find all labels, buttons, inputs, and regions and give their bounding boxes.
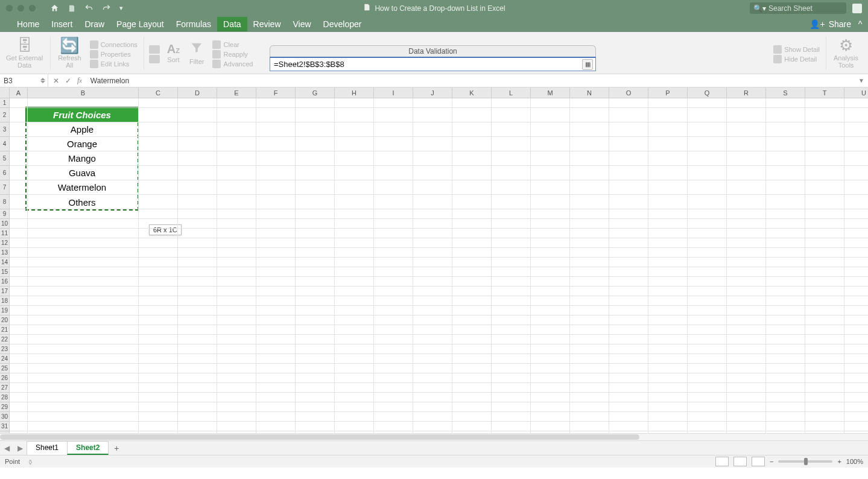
- column-header-Q[interactable]: Q: [688, 87, 727, 98]
- sheet-tab-sheet2[interactable]: Sheet2: [67, 441, 109, 455]
- spreadsheet-grid[interactable]: ABCDEFGHIJKLMNOPQRSTU 123456789101112131…: [0, 87, 868, 440]
- row-header-25[interactable]: 25: [0, 364, 10, 373]
- collapse-ribbon-icon[interactable]: ^: [855, 19, 866, 29]
- clear-filter-button[interactable]: Clear: [212, 40, 253, 49]
- add-sheet-button[interactable]: +: [108, 443, 125, 453]
- hide-detail-button[interactable]: Hide Detail: [773, 55, 820, 63]
- fruit-cell-2[interactable]: Orange: [27, 137, 138, 151]
- row-header-18[interactable]: 18: [0, 296, 10, 306]
- row-header-9[interactable]: 9: [0, 209, 10, 219]
- row-header-4[interactable]: 4: [0, 137, 10, 151]
- row-header-28[interactable]: 28: [0, 393, 10, 402]
- column-header-K[interactable]: K: [452, 87, 492, 98]
- formula-bar-content[interactable]: Watermelon: [87, 77, 129, 85]
- column-header-U[interactable]: U: [844, 87, 868, 98]
- zoom-level[interactable]: 100%: [846, 458, 863, 465]
- row-header-31[interactable]: 31: [0, 422, 10, 431]
- column-header-N[interactable]: N: [570, 87, 609, 98]
- row-header-5[interactable]: 5: [0, 151, 10, 166]
- tab-developer[interactable]: Developer: [317, 17, 368, 31]
- column-header-G[interactable]: G: [296, 87, 335, 98]
- fruit-cell-1[interactable]: Apple: [27, 122, 138, 137]
- fruit-cell-6[interactable]: Others: [27, 195, 138, 209]
- share-button[interactable]: Share: [829, 19, 851, 29]
- row-header-16[interactable]: 16: [0, 277, 10, 287]
- row-header-29[interactable]: 29: [0, 402, 10, 412]
- sheet-nav-next-icon[interactable]: ▶: [13, 444, 27, 452]
- name-box[interactable]: B3: [0, 74, 48, 87]
- column-header-J[interactable]: J: [413, 87, 452, 98]
- column-header-A[interactable]: A: [10, 87, 28, 98]
- tab-page-layout[interactable]: Page Layout: [110, 17, 170, 31]
- cells-area[interactable]: Fruit Choices AppleOrangeMangoGuavaWater…: [10, 98, 868, 440]
- get-external-data-button[interactable]: 🗄 Get External Data: [0, 37, 48, 69]
- fruit-cell-4[interactable]: Guava: [27, 166, 138, 180]
- minimize-window-button[interactable]: [17, 5, 24, 11]
- sort-desc-icon[interactable]: [149, 55, 160, 63]
- row-header-8[interactable]: 8: [0, 195, 10, 209]
- enter-formula-icon[interactable]: ✓: [65, 77, 71, 85]
- tab-view[interactable]: View: [287, 17, 317, 31]
- page-break-view-button[interactable]: [752, 457, 765, 466]
- row-header-27[interactable]: 27: [0, 383, 10, 393]
- column-header-M[interactable]: M: [531, 87, 570, 98]
- tab-draw[interactable]: Draw: [78, 17, 110, 31]
- analysis-tools-button[interactable]: ⚙ Analysis Tools: [829, 37, 868, 69]
- page-layout-view-button[interactable]: [733, 457, 747, 466]
- advanced-filter-button[interactable]: Advanced: [212, 60, 253, 68]
- cancel-formula-icon[interactable]: ✕: [53, 77, 59, 85]
- refresh-all-button[interactable]: 🔄 Refresh All: [53, 37, 86, 69]
- column-header-H[interactable]: H: [335, 87, 374, 98]
- row-header-6[interactable]: 6: [0, 166, 10, 180]
- connections-button[interactable]: Connections: [90, 40, 138, 49]
- filter-button[interactable]: Filter: [185, 41, 209, 65]
- row-header-19[interactable]: 19: [0, 306, 10, 316]
- sheet-nav-prev-icon[interactable]: ◀: [0, 444, 13, 452]
- tab-insert[interactable]: Insert: [45, 17, 78, 31]
- row-header-21[interactable]: 21: [0, 325, 10, 335]
- close-window-button[interactable]: [6, 5, 13, 11]
- fruit-cell-3[interactable]: Mango: [27, 151, 138, 166]
- sort-button[interactable]: AZ Sort: [162, 43, 185, 63]
- zoom-slider[interactable]: [778, 460, 832, 463]
- save-icon[interactable]: [68, 4, 76, 13]
- show-detail-button[interactable]: Show Detail: [773, 45, 820, 54]
- properties-button[interactable]: Properties: [90, 50, 138, 59]
- select-all-corner[interactable]: [0, 87, 10, 98]
- fruit-table-header[interactable]: Fruit Choices: [25, 107, 139, 122]
- sort-asc-icon[interactable]: [149, 45, 160, 54]
- zoom-out-button[interactable]: −: [770, 458, 773, 465]
- row-header-20[interactable]: 20: [0, 316, 10, 325]
- column-header-I[interactable]: I: [374, 87, 413, 98]
- fx-icon[interactable]: fx: [77, 76, 82, 85]
- tab-home[interactable]: Home: [11, 17, 45, 31]
- row-header-22[interactable]: 22: [0, 335, 10, 344]
- maximize-window-button[interactable]: [29, 5, 36, 11]
- hscroll-thumb[interactable]: [0, 434, 639, 440]
- name-box-dropdown-icon[interactable]: [40, 78, 48, 83]
- sheet-tab-sheet1[interactable]: Sheet1: [27, 441, 68, 455]
- row-header-13[interactable]: 13: [0, 248, 10, 258]
- tab-formulas[interactable]: Formulas: [170, 17, 217, 31]
- row-header-10[interactable]: 10: [0, 219, 10, 229]
- home-icon[interactable]: [50, 4, 59, 13]
- qat-customize-icon[interactable]: ▾: [119, 4, 123, 12]
- zoom-slider-handle[interactable]: [804, 458, 808, 465]
- profile-icon[interactable]: [852, 4, 862, 13]
- column-header-S[interactable]: S: [766, 87, 805, 98]
- column-header-E[interactable]: E: [217, 87, 256, 98]
- row-header-12[interactable]: 12: [0, 238, 10, 248]
- row-header-3[interactable]: 3: [0, 122, 10, 137]
- horizontal-scrollbar[interactable]: [0, 433, 868, 440]
- fruit-cell-5[interactable]: Watermelon: [27, 180, 138, 195]
- column-header-P[interactable]: P: [648, 87, 688, 98]
- row-header-26[interactable]: 26: [0, 373, 10, 383]
- column-header-L[interactable]: L: [492, 87, 531, 98]
- column-header-C[interactable]: C: [139, 87, 178, 98]
- expand-formula-bar-icon[interactable]: ▼: [858, 77, 868, 84]
- row-header-15[interactable]: 15: [0, 267, 10, 277]
- row-header-23[interactable]: 23: [0, 344, 10, 354]
- column-header-R[interactable]: R: [727, 87, 766, 98]
- column-header-F[interactable]: F: [256, 87, 296, 98]
- reapply-filter-button[interactable]: Reapply: [212, 50, 253, 59]
